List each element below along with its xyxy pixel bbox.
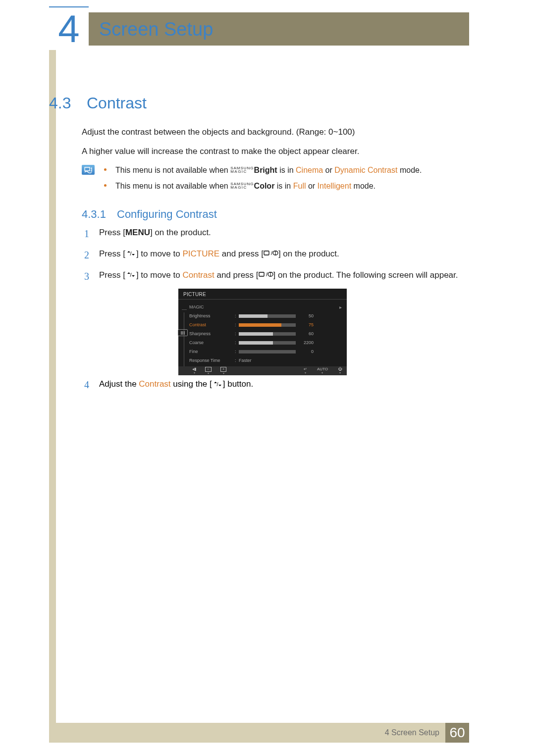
osd-row: Brightness:50 <box>189 311 341 320</box>
step-number: 1 <box>84 226 99 242</box>
osd-slider-track <box>239 323 296 327</box>
chapter-badge: 4 <box>49 6 89 50</box>
note-icon <box>82 165 95 175</box>
step-number: 4 <box>84 379 99 391</box>
notes-list: This menu is not available when SAMSUNGM… <box>104 165 451 197</box>
osd-row: Contrast:75 <box>189 320 341 329</box>
osd-enter-icon: ↵▾ <box>304 367 307 374</box>
svg-rect-1 <box>264 251 269 255</box>
osd-slider-fill <box>239 323 281 327</box>
samsung-magic-label: SAMSUNGMAGIC <box>230 183 254 190</box>
osd-row-value: 2200 <box>296 340 316 345</box>
step-text: Press [MENU] on the product. <box>99 226 461 239</box>
osd-footer-bar: ◂▮▾ −▾ +▾ ↵▾ AUTO▾ ⏻▾ <box>178 366 347 375</box>
up-down-icon: / <box>125 248 136 260</box>
svg-text:/: / <box>130 272 132 278</box>
footer-chapter-label: 4 Screen Setup <box>385 728 439 737</box>
osd-row-label: Fine <box>189 349 235 354</box>
section-title: Contrast <box>87 94 147 112</box>
left-sidebar-strip <box>49 12 56 743</box>
step-number: 3 <box>84 269 99 284</box>
step-text: Press [/] to move to Contrast and press … <box>99 269 461 282</box>
osd-slider-fill <box>239 332 273 336</box>
step-item: 1 Press [MENU] on the product. <box>84 226 461 242</box>
osd-row-value: 0 <box>296 349 316 354</box>
section-number: 4.3 <box>49 94 71 112</box>
osd-row-label: Contrast <box>189 322 235 327</box>
osd-row-value: 50 <box>296 313 316 318</box>
osd-power-icon: ⏻▾ <box>338 367 342 374</box>
steps-list: 1 Press [MENU] on the product. 2 Press [… <box>84 226 461 290</box>
subsection-number: 4.3.1 <box>82 208 106 221</box>
osd-title: PICTURE <box>178 289 347 300</box>
osd-row: Coarse:2200 <box>189 338 341 347</box>
osd-row-label: MAGIC <box>189 304 235 309</box>
osd-slider-track <box>239 350 296 353</box>
select-source-icon: / <box>259 269 273 282</box>
osd-submenu-arrow-icon: ▸ <box>339 304 342 310</box>
osd-slider-track <box>239 341 296 345</box>
osd-picture-category-icon <box>178 329 188 336</box>
select-source-icon: / <box>264 248 278 260</box>
note-item: This menu is not available when SAMSUNGM… <box>104 181 451 192</box>
note-item: This menu is not available when SAMSUNGM… <box>104 165 451 176</box>
samsung-magic-label: SAMSUNGMAGIC <box>230 167 254 174</box>
page-number: 60 <box>445 723 469 743</box>
note-text: This menu is not available when SAMSUNGM… <box>115 165 422 176</box>
step-text: Adjust the Contrast using the [/] button… <box>99 379 253 391</box>
osd-row-value: 60 <box>296 331 316 336</box>
osd-back-icon: ◂▮▾ <box>192 367 196 374</box>
osd-row-label: Sharpness <box>189 331 235 336</box>
osd-row: Fine:0 <box>189 347 341 356</box>
up-down-icon: / <box>212 380 223 390</box>
svg-rect-6 <box>259 272 264 276</box>
subsection-title: Configuring Contrast <box>117 208 217 221</box>
osd-slider-fill <box>239 314 268 318</box>
step-item: 3 Press [/] to move to Contrast and pres… <box>84 269 461 284</box>
note-text: This menu is not available when SAMSUNGM… <box>115 181 375 192</box>
osd-tree-line <box>184 312 184 372</box>
step-item: 2 Press [/] to move to PICTURE and press… <box>84 248 461 263</box>
osd-row: MAGIC <box>189 302 341 311</box>
osd-body: MAGICBrightness:50Contrast:75Sharpness:6… <box>178 300 347 366</box>
osd-row-value: 75 <box>296 322 316 327</box>
chapter-title: Screen Setup <box>99 19 213 40</box>
intro-paragraph-1: Adjust the contrast between the objects … <box>82 127 355 137</box>
chapter-number: 4 <box>58 9 79 48</box>
bullet-icon <box>104 184 107 187</box>
osd-row-label: Coarse <box>189 340 235 345</box>
page-footer: 4 Screen Setup 60 <box>49 723 469 743</box>
svg-text:/: / <box>130 251 132 256</box>
osd-slider-track <box>239 332 296 336</box>
osd-row: Sharpness:60 <box>189 329 341 338</box>
osd-row-label: Brightness <box>189 313 235 318</box>
svg-text:/: / <box>216 381 218 387</box>
osd-row-label: Response Time <box>189 358 235 363</box>
osd-slider-fill <box>239 341 273 345</box>
step-text: Press [/] to move to PICTURE and press [… <box>99 248 461 261</box>
osd-row-value: Faster <box>239 358 252 363</box>
intro-paragraph-2: A higher value will increase the contras… <box>82 147 359 156</box>
osd-slider-track <box>239 314 296 318</box>
osd-plus-icon: +▾ <box>220 367 227 375</box>
osd-minus-icon: −▾ <box>205 367 212 375</box>
osd-menu-screenshot: PICTURE MAGICBrightness:50Contrast:75Sha… <box>178 289 347 375</box>
osd-auto-label: AUTO▾ <box>317 367 328 374</box>
step-item: 4 Adjust the Contrast using the [/] butt… <box>84 379 253 391</box>
osd-row: Response Time:Faster <box>189 356 341 365</box>
step-number: 2 <box>84 248 99 263</box>
menu-key-label: MENU <box>125 228 150 237</box>
bullet-icon <box>104 168 107 171</box>
up-down-icon: / <box>125 269 136 282</box>
